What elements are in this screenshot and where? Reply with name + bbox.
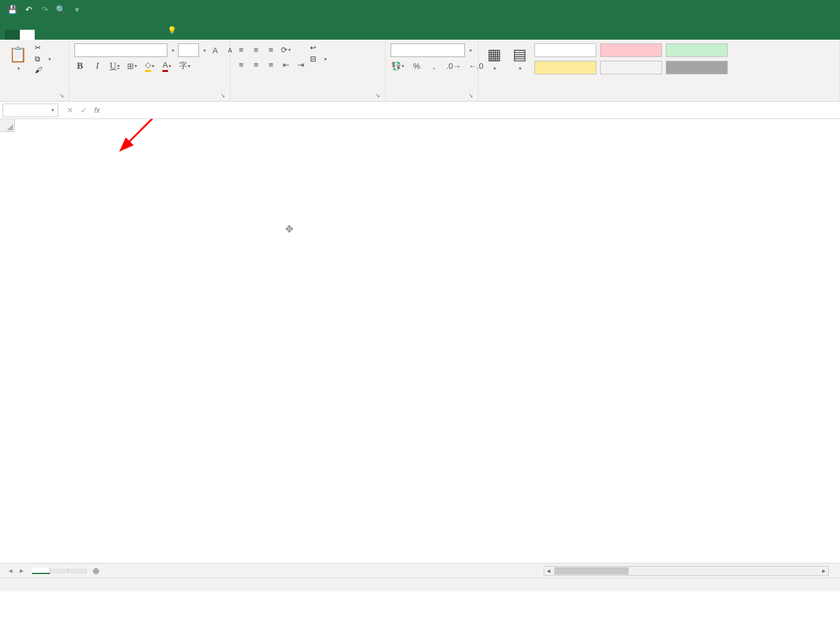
tab-formulas[interactable] xyxy=(64,30,79,40)
worksheet-grid[interactable]: ✥ xyxy=(0,119,840,563)
tab-home[interactable] xyxy=(20,30,35,40)
border-button[interactable]: ⊞▾ xyxy=(126,60,138,72)
table-fmt-icon: ▤ xyxy=(513,46,527,63)
italic-button[interactable]: I xyxy=(92,60,103,72)
undo-icon[interactable]: ↶ xyxy=(24,4,33,14)
group-alignment: ≡ ≡ ≡ ⟳▾ ≡ ≡ ≡ ⇤ ⇥ ↩ ⊟▾ ↘ xyxy=(231,40,386,101)
align-right-icon[interactable]: ≡ xyxy=(265,58,276,71)
sheet-tab-bar: ◄ ► ⊕ ◄► xyxy=(0,563,840,578)
horizontal-scrollbar[interactable]: ◄► xyxy=(544,566,829,576)
column-headers[interactable] xyxy=(15,119,840,132)
align-left-icon[interactable]: ≡ xyxy=(236,58,247,71)
tell-me-search[interactable]: 💡 xyxy=(160,21,188,40)
increase-indent-icon[interactable]: ⇥ xyxy=(295,58,306,71)
add-sheet-button[interactable]: ⊕ xyxy=(86,566,106,576)
tab-data[interactable] xyxy=(79,30,94,40)
sheet-nav-next-icon[interactable]: ► xyxy=(19,567,25,574)
sheet-tab-1[interactable] xyxy=(32,568,50,574)
sheet-nav-prev-icon[interactable]: ◄ xyxy=(7,567,14,574)
format-painter-button[interactable]: 🖌 xyxy=(35,66,51,74)
title-bar: 💾 ↶ ↷ 🔍 ▾ xyxy=(0,0,840,19)
conditional-formatting-button[interactable]: ▦ ▾ xyxy=(484,43,505,74)
cells-area[interactable] xyxy=(15,132,840,563)
cancel-formula-icon[interactable]: ✕ xyxy=(67,106,73,115)
style-bad[interactable] xyxy=(600,43,662,57)
underline-button[interactable]: U▾ xyxy=(109,60,120,72)
cond-fmt-icon: ▦ xyxy=(487,46,502,63)
save-icon[interactable]: 💾 xyxy=(7,4,17,14)
tab-pdf-tools[interactable] xyxy=(139,30,154,40)
align-center-icon[interactable]: ≡ xyxy=(250,58,262,71)
formula-bar: ▾ ✕ ✓ fx xyxy=(0,102,840,119)
align-dialog-icon[interactable]: ↘ xyxy=(375,92,380,99)
increase-font-icon[interactable]: A xyxy=(210,44,221,56)
percent-icon[interactable]: % xyxy=(411,60,422,72)
lightbulb-icon: 💡 xyxy=(167,26,177,35)
align-bottom-icon[interactable]: ≡ xyxy=(265,43,276,56)
merge-center-button[interactable]: ⊟▾ xyxy=(310,55,327,63)
formula-input[interactable] xyxy=(108,104,840,117)
ribbon-tabs: 💡 xyxy=(0,19,840,40)
redo-icon[interactable]: ↷ xyxy=(40,4,50,14)
format-as-table-button[interactable]: ▤ ▾ xyxy=(509,43,531,74)
font-dialog-icon[interactable]: ↘ xyxy=(220,92,225,99)
select-all-corner[interactable] xyxy=(0,119,15,132)
paste-button[interactable]: 📋 ▾ xyxy=(5,43,31,74)
tab-insert[interactable] xyxy=(35,30,50,40)
tab-file[interactable] xyxy=(5,30,20,40)
style-normal[interactable] xyxy=(534,43,596,57)
sheet-tab-2[interactable] xyxy=(50,568,68,573)
copy-icon: ⧉ xyxy=(35,55,40,63)
wrap-icon: ↩ xyxy=(310,43,316,52)
bucket-icon: ◇ xyxy=(145,60,151,72)
tab-help[interactable] xyxy=(124,30,139,40)
group-styles: ▦ ▾ ▤ ▾ xyxy=(479,40,840,101)
scrollbar-thumb[interactable] xyxy=(554,567,629,575)
align-top-icon[interactable]: ≡ xyxy=(236,43,247,56)
font-name-select[interactable] xyxy=(74,43,167,57)
merge-icon: ⊟ xyxy=(310,55,316,63)
print-preview-icon[interactable]: 🔍 xyxy=(56,4,66,14)
copy-button[interactable]: ⧉▾ xyxy=(35,55,51,63)
group-clipboard: 📋 ▾ ✂ ⧉▾ 🖌 ↘ xyxy=(0,40,69,101)
number-dialog-icon[interactable]: ↘ xyxy=(468,92,473,99)
sheet-tab-3[interactable] xyxy=(68,568,86,573)
brush-icon: 🖌 xyxy=(35,66,42,74)
tab-view[interactable] xyxy=(109,30,124,40)
group-number: ▾ 💱▾ % , .0→ ←.0 ↘ xyxy=(386,40,479,101)
bold-button[interactable]: B xyxy=(74,60,86,72)
comma-icon[interactable]: , xyxy=(428,60,440,72)
enter-formula-icon[interactable]: ✓ xyxy=(81,106,87,115)
ribbon: 📋 ▾ ✂ ⧉▾ 🖌 ↘ ▾ ▾ A A B I U▾ xyxy=(0,40,840,102)
cut-button[interactable]: ✂ xyxy=(35,43,51,52)
quick-access-toolbar: 💾 ↶ ↷ 🔍 ▾ xyxy=(0,4,82,14)
name-box[interactable]: ▾ xyxy=(2,104,58,117)
fill-color-button[interactable]: ◇▾ xyxy=(144,60,155,72)
font-size-select[interactable] xyxy=(178,43,199,57)
align-middle-icon[interactable]: ≡ xyxy=(250,43,262,56)
style-check-cell[interactable] xyxy=(666,61,728,74)
number-format-select[interactable] xyxy=(391,43,465,57)
style-good[interactable] xyxy=(666,43,728,57)
increase-decimal-icon[interactable]: .0→ xyxy=(446,60,462,72)
font-color-button[interactable]: A▾ xyxy=(161,60,172,72)
decrease-indent-icon[interactable]: ⇤ xyxy=(280,58,291,71)
style-calculation[interactable] xyxy=(600,61,662,74)
qat-more-icon[interactable]: ▾ xyxy=(72,4,82,14)
status-bar xyxy=(0,578,840,591)
group-font: ▾ ▾ A A B I U▾ ⊞▾ ◇▾ A▾ 字▾ ↘ xyxy=(69,40,231,101)
orientation-icon[interactable]: ⟳▾ xyxy=(280,43,291,56)
accounting-format-icon[interactable]: 💱▾ xyxy=(391,60,405,72)
clipboard-dialog-icon[interactable]: ↘ xyxy=(59,92,64,99)
fx-icon[interactable]: fx xyxy=(94,106,100,115)
phonetic-button[interactable]: 字▾ xyxy=(179,60,191,72)
wrap-text-button[interactable]: ↩ xyxy=(310,43,327,52)
tab-page-layout[interactable] xyxy=(50,30,64,40)
tab-review[interactable] xyxy=(94,30,109,40)
style-neutral[interactable] xyxy=(534,61,596,74)
scissors-icon: ✂ xyxy=(35,43,41,52)
paste-icon: 📋 xyxy=(9,46,27,63)
